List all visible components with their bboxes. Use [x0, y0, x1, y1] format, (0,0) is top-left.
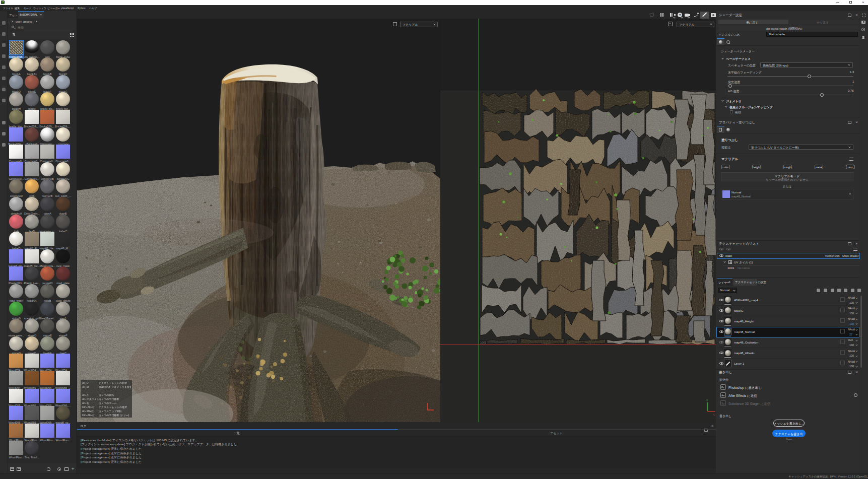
svg-text:U: U [713, 413, 715, 416]
svg-text:1001: 1001 [480, 341, 486, 344]
